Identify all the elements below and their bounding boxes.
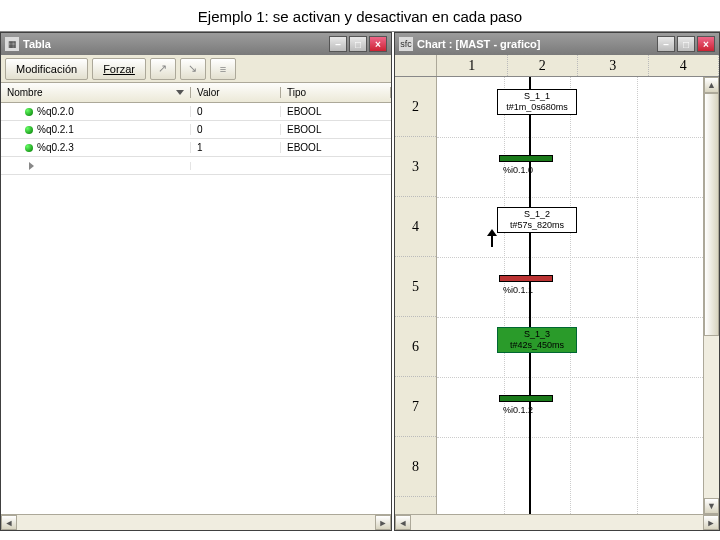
toolbar-icon-1[interactable]: ↗ bbox=[150, 58, 176, 80]
sfc-canvas[interactable]: S_1_1 t#1m_0s680ms S_1_2 t#57s_820ms S_1… bbox=[437, 77, 703, 514]
column-ruler: 1 2 3 4 bbox=[395, 55, 719, 77]
toolbar-icon-3[interactable]: ≡ bbox=[210, 58, 236, 80]
scroll-right-button[interactable]: ► bbox=[375, 515, 391, 530]
row-header[interactable]: 8 bbox=[395, 437, 436, 497]
table-header: Nombre Valor Tipo bbox=[1, 83, 391, 103]
scroll-left-button[interactable]: ◄ bbox=[1, 515, 17, 530]
row-header[interactable]: 4 bbox=[395, 197, 436, 257]
table-row[interactable]: %q0.2.3 1 EBOOL bbox=[1, 139, 391, 157]
close-button[interactable]: × bbox=[697, 36, 715, 52]
transition-label: %i0.1.2 bbox=[503, 405, 533, 415]
transition-label: %i0.1.0 bbox=[503, 165, 533, 175]
minimize-button[interactable]: – bbox=[329, 36, 347, 52]
row-header[interactable]: 6 bbox=[395, 317, 436, 377]
loop-arrow-icon bbox=[487, 229, 497, 247]
v-scrollbar[interactable]: ▲ ▼ bbox=[703, 77, 719, 514]
forzar-button[interactable]: Forzar bbox=[92, 58, 146, 80]
scroll-down-button[interactable]: ▼ bbox=[704, 498, 719, 514]
col-nombre-header[interactable]: Nombre bbox=[1, 87, 191, 98]
tabla-titlebar: ▦ Tabla – □ × bbox=[1, 33, 391, 55]
sfc-transition[interactable] bbox=[499, 155, 553, 162]
chart-title: Chart : [MAST - grafico] bbox=[417, 38, 653, 50]
sfc-transition[interactable] bbox=[499, 395, 553, 402]
sfc-connector-line bbox=[529, 77, 531, 514]
h-scrollbar[interactable]: ◄ ► bbox=[1, 514, 391, 530]
toolbar-icon-2[interactable]: ↘ bbox=[180, 58, 206, 80]
expand-icon[interactable] bbox=[29, 162, 34, 170]
modificacion-button[interactable]: Modificación bbox=[5, 58, 88, 80]
scroll-thumb[interactable] bbox=[704, 93, 719, 336]
row-header[interactable]: 2 bbox=[395, 77, 436, 137]
table-row-empty[interactable] bbox=[1, 157, 391, 175]
sfc-transition[interactable] bbox=[499, 275, 553, 282]
chart-area: 2 3 4 5 6 7 8 S_1_ bbox=[395, 77, 719, 514]
minimize-button[interactable]: – bbox=[657, 36, 675, 52]
sfc-step-active[interactable]: S_1_3 t#42s_450ms bbox=[497, 327, 577, 353]
table-icon: ▦ bbox=[5, 37, 19, 51]
table-row[interactable]: %q0.2.0 0 EBOOL bbox=[1, 103, 391, 121]
col-valor-header[interactable]: Valor bbox=[191, 87, 281, 98]
sfc-step[interactable]: S_1_1 t#1m_0s680ms bbox=[497, 89, 577, 115]
status-dot-icon bbox=[25, 144, 33, 152]
chevron-down-icon[interactable] bbox=[176, 90, 184, 95]
col-tipo-header[interactable]: Tipo bbox=[281, 87, 391, 98]
status-dot-icon bbox=[25, 126, 33, 134]
chart-titlebar: sfc Chart : [MAST - grafico] – □ × bbox=[395, 33, 719, 55]
row-header[interactable]: 3 bbox=[395, 137, 436, 197]
table-row[interactable]: %q0.2.1 0 EBOOL bbox=[1, 121, 391, 139]
tabla-panel: ▦ Tabla – □ × Modificación Forzar ↗ ↘ ≡ … bbox=[0, 32, 392, 531]
tabla-toolbar: Modificación Forzar ↗ ↘ ≡ bbox=[1, 55, 391, 83]
page-caption: Ejemplo 1: se activan y desactivan en ca… bbox=[0, 0, 720, 31]
close-button[interactable]: × bbox=[369, 36, 387, 52]
maximize-button[interactable]: □ bbox=[349, 36, 367, 52]
col-header[interactable]: 4 bbox=[649, 55, 720, 76]
col-header[interactable]: 2 bbox=[508, 55, 579, 76]
workspace: ▦ Tabla – □ × Modificación Forzar ↗ ↘ ≡ … bbox=[0, 31, 720, 531]
sfc-icon: sfc bbox=[399, 37, 413, 51]
sfc-step[interactable]: S_1_2 t#57s_820ms bbox=[497, 207, 577, 233]
tabla-title: Tabla bbox=[23, 38, 325, 50]
row-header[interactable]: 5 bbox=[395, 257, 436, 317]
col-header[interactable]: 3 bbox=[578, 55, 649, 76]
transition-label: %i0.1.1 bbox=[503, 285, 533, 295]
h-scrollbar[interactable]: ◄ ► bbox=[395, 514, 719, 530]
chart-panel: sfc Chart : [MAST - grafico] – □ × 1 2 3… bbox=[394, 32, 720, 531]
scroll-right-button[interactable]: ► bbox=[703, 515, 719, 530]
scroll-left-button[interactable]: ◄ bbox=[395, 515, 411, 530]
table-body: %q0.2.0 0 EBOOL %q0.2.1 0 EBOOL %q0.2.3 … bbox=[1, 103, 391, 514]
status-dot-icon bbox=[25, 108, 33, 116]
maximize-button[interactable]: □ bbox=[677, 36, 695, 52]
col-header[interactable]: 1 bbox=[437, 55, 508, 76]
row-header[interactable]: 7 bbox=[395, 377, 436, 437]
row-ruler: 2 3 4 5 6 7 8 bbox=[395, 77, 437, 514]
scroll-up-button[interactable]: ▲ bbox=[704, 77, 719, 93]
